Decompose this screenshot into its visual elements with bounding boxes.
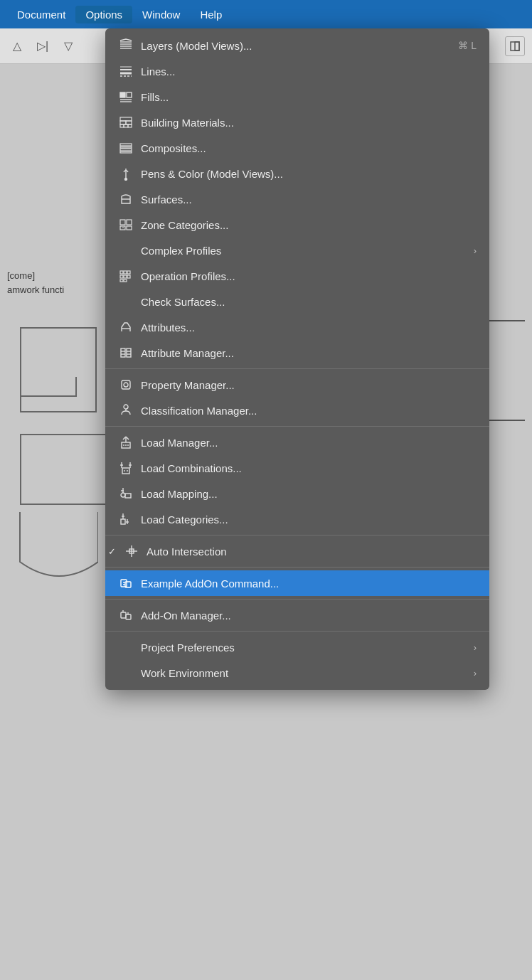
svg-point-25 (125, 179, 127, 181)
complex-profiles-label: Complex Profiles (141, 245, 467, 257)
menu-item-zone-categories[interactable]: Zone Categories... (105, 212, 489, 238)
zone-categories-label: Zone Categories... (141, 219, 477, 231)
load-categories-label: Load Categories... (141, 513, 477, 526)
menubar-options[interactable]: Options (75, 6, 132, 23)
project-preferences-arrow: › (474, 642, 477, 653)
load-mapping-icon (118, 486, 134, 501)
menu-item-load-categories[interactable]: Load Categories... (105, 506, 489, 532)
property-manager-label: Property Manager... (141, 379, 477, 391)
svg-rect-16 (126, 121, 132, 124)
separator-4 (105, 567, 489, 568)
building-materials-icon (118, 114, 134, 130)
options-dropdown-menu: Layers (Model Views)... ⌘ L Lines... Fil… (105, 28, 489, 690)
separator-1 (105, 368, 489, 369)
menu-item-complex-profiles[interactable]: Complex Profiles › (105, 238, 489, 263)
menu-item-fills[interactable]: Fills... (105, 84, 489, 110)
example-addon-icon (118, 575, 134, 591)
svg-rect-37 (127, 275, 130, 278)
menu-item-addon-manager[interactable]: Add-On Manager... (105, 602, 489, 628)
composites-label: Composites... (141, 142, 477, 154)
complex-profiles-icon (118, 243, 134, 258)
menu-item-surfaces[interactable]: Surfaces... (105, 186, 489, 212)
toolbar-toggle[interactable] (505, 36, 525, 56)
svg-point-48 (124, 405, 128, 409)
fills-label: Fills... (141, 91, 477, 103)
auto-intersection-checkmark: ✓ (108, 546, 116, 557)
load-combinations-icon (118, 460, 134, 476)
example-addon-label: Example AddOn Command... (141, 577, 477, 590)
svg-rect-1 (515, 42, 519, 50)
drawing-shape-1 (20, 327, 97, 412)
menubar-help[interactable]: Help (190, 6, 232, 23)
menu-item-operation-profiles[interactable]: Operation Profiles... (105, 263, 489, 289)
svg-rect-60 (122, 468, 129, 474)
addon-manager-label: Add-On Manager... (141, 609, 477, 622)
menu-item-project-preferences[interactable]: Project Preferences › (105, 634, 489, 660)
attributes-label: Attributes... (141, 321, 477, 334)
svg-rect-11 (127, 92, 132, 97)
svg-rect-32 (120, 271, 123, 274)
attributes-icon (118, 319, 134, 335)
menu-item-classification-manager[interactable]: Classification Manager... (105, 398, 489, 423)
lines-label: Lines... (141, 65, 477, 78)
separator-2 (105, 426, 489, 427)
auto-intersection-icon (124, 543, 139, 559)
drawing-shape-3 (20, 434, 111, 505)
menu-item-auto-intersection[interactable]: ✓ Auto Intersection (105, 538, 489, 564)
svg-rect-42 (127, 348, 131, 357)
zone-categories-icon (118, 217, 134, 233)
menu-item-pens-color[interactable]: Pens & Color (Model Views)... (105, 161, 489, 186)
toolbar-down[interactable]: ▽ (58, 36, 78, 56)
menu-item-load-combinations[interactable]: Load Combinations... (105, 455, 489, 481)
load-manager-icon (118, 435, 134, 450)
menu-item-lines[interactable]: Lines... (105, 58, 489, 84)
svg-rect-27 (120, 220, 125, 225)
svg-rect-17 (120, 124, 124, 127)
toolbar-forward[interactable]: ▷| (33, 36, 53, 56)
menu-item-attributes[interactable]: Attributes... (105, 314, 489, 340)
svg-rect-38 (120, 279, 123, 282)
work-environment-icon (118, 665, 134, 681)
svg-rect-21 (120, 147, 132, 148)
composites-icon (118, 140, 134, 156)
svg-rect-10 (120, 92, 125, 97)
check-surfaces-icon (118, 294, 134, 309)
menu-item-property-manager[interactable]: Property Manager... (105, 372, 489, 398)
lines-icon (118, 63, 134, 79)
menu-item-composites[interactable]: Composites... (105, 135, 489, 161)
menu-item-load-mapping[interactable]: Load Mapping... (105, 481, 489, 506)
menu-item-layers[interactable]: Layers (Model Views)... ⌘ L (105, 33, 489, 58)
menu-item-building-materials[interactable]: Building Materials... (105, 110, 489, 135)
menubar: Document Options Window Help (0, 0, 532, 28)
menu-item-check-surfaces[interactable]: Check Surfaces... (105, 289, 489, 314)
svg-rect-66 (125, 494, 131, 498)
menu-item-attribute-manager[interactable]: Attribute Manager... (105, 340, 489, 366)
work-environment-label: Work Environment (141, 667, 467, 679)
load-categories-icon (118, 511, 134, 527)
svg-rect-19 (128, 124, 132, 127)
building-materials-label: Building Materials... (141, 117, 477, 129)
separator-5 (105, 599, 489, 600)
load-manager-label: Load Manager... (141, 437, 477, 449)
project-preferences-label: Project Preferences (141, 641, 467, 654)
menu-item-example-addon[interactable]: Example AddOn Command... (105, 570, 489, 596)
menubar-window[interactable]: Window (132, 6, 190, 23)
svg-rect-33 (124, 271, 127, 274)
operation-profiles-icon (118, 268, 134, 284)
canvas-text-teamwork: amwork functi (7, 284, 64, 295)
svg-rect-18 (124, 124, 128, 127)
work-environment-arrow: › (474, 668, 477, 678)
svg-rect-30 (127, 226, 132, 230)
svg-rect-41 (121, 348, 125, 357)
svg-rect-20 (120, 144, 132, 146)
svg-rect-15 (120, 121, 126, 124)
separator-6 (105, 631, 489, 632)
layers-shortcut: ⌘ L (458, 40, 477, 51)
svg-rect-75 (121, 580, 127, 587)
menubar-document[interactable]: Document (7, 6, 75, 23)
svg-point-47 (124, 383, 128, 387)
check-surfaces-label: Check Surfaces... (141, 296, 477, 308)
menu-item-load-manager[interactable]: Load Manager... (105, 430, 489, 455)
toolbar-back[interactable]: △ (7, 36, 27, 56)
menu-item-work-environment[interactable]: Work Environment › (105, 660, 489, 686)
